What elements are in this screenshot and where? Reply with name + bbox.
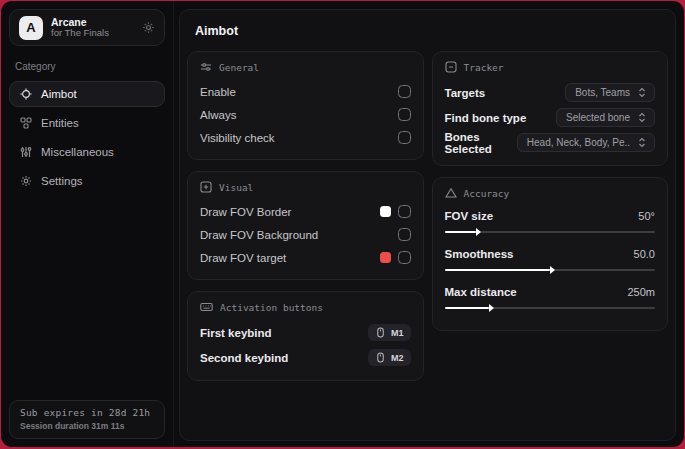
- sidebar-item-miscellaneous[interactable]: Miscellaneous: [9, 139, 165, 165]
- setting-label: Always: [200, 109, 236, 121]
- second-keybind-button[interactable]: M2: [368, 349, 411, 366]
- mouse-icon: [375, 327, 386, 338]
- section-title: Accuracy: [464, 188, 510, 199]
- setting-row-fov-border: Draw FOV Border: [200, 200, 411, 223]
- setting-label: Bones Selected: [445, 131, 517, 155]
- category-label: Category: [15, 61, 159, 72]
- setting-row-first-keybind: First keybind M1: [200, 320, 411, 345]
- keyboard-icon: [200, 301, 213, 313]
- fov-target-checkbox[interactable]: [398, 251, 411, 264]
- dropdown-value: Bots, Teams: [575, 87, 630, 98]
- app-window: A Arcane for The Finals Category: [1, 1, 684, 447]
- enable-checkbox[interactable]: [398, 85, 411, 98]
- setting-label: First keybind: [200, 327, 272, 339]
- sliders-icon: [20, 146, 32, 158]
- square-plus-icon: [200, 181, 212, 193]
- bones-selected-dropdown[interactable]: Head, Neck, Body, Pe..: [517, 133, 655, 152]
- main-panel: Aimbot: [179, 9, 676, 441]
- left-column: General Enable Always Visibility check: [187, 51, 424, 392]
- max-distance-slider[interactable]: [445, 307, 656, 309]
- setting-label: Second keybind: [200, 352, 288, 364]
- fov-size-slider[interactable]: [445, 231, 656, 233]
- visual-card: Visual Draw FOV Border Draw FOV Backgrou…: [187, 171, 424, 280]
- chevrons-up-down-icon: [637, 112, 647, 123]
- setting-row-enable: Enable: [200, 80, 411, 103]
- main-area: Aimbot: [174, 1, 684, 447]
- brand-card: A Arcane for The Finals: [9, 9, 165, 46]
- keybind-value: M2: [391, 353, 404, 363]
- setting-label: Max distance: [445, 286, 517, 298]
- sidebar-item-label: Settings: [41, 175, 83, 187]
- brand-text: Arcane for The Finals: [51, 16, 109, 39]
- setting-label: Draw FOV Background: [200, 229, 318, 241]
- targets-dropdown[interactable]: Bots, Teams: [565, 83, 655, 102]
- crosshair-icon: [20, 88, 32, 100]
- max-distance-value: 250m: [627, 286, 655, 298]
- smoothness-slider[interactable]: [445, 269, 656, 271]
- activation-card-header: Activation buttons: [200, 301, 411, 313]
- setting-row-max-distance: Max distance 250m: [445, 282, 656, 309]
- dropdown-value: Head, Neck, Body, Pe..: [527, 137, 630, 148]
- fov-size-value: 50°: [638, 210, 655, 222]
- sidebar-item-label: Miscellaneous: [41, 146, 114, 158]
- gear-icon: [20, 175, 32, 187]
- setting-label: Find bone type: [445, 112, 527, 124]
- sidebar: A Arcane for The Finals Category: [1, 1, 174, 447]
- square-minus-icon: [445, 61, 457, 73]
- sidebar-item-settings[interactable]: Settings: [9, 168, 165, 194]
- setting-row-fov-target: Draw FOV target: [200, 246, 411, 269]
- accuracy-card: Accuracy FOV size 50°: [432, 177, 669, 331]
- section-title: Tracker: [464, 62, 504, 73]
- app-subtitle: for The Finals: [51, 28, 109, 39]
- visibility-check-checkbox[interactable]: [398, 131, 411, 144]
- sidebar-item-aimbot[interactable]: Aimbot: [9, 81, 165, 107]
- visual-card-header: Visual: [200, 181, 411, 193]
- smoothness-value: 50.0: [634, 248, 655, 260]
- sidebar-item-entities[interactable]: Entities: [9, 110, 165, 136]
- setting-row-bones-selected: Bones Selected Head, Neck, Body, Pe..: [445, 130, 656, 155]
- first-keybind-button[interactable]: M1: [368, 324, 411, 341]
- sliders-horizontal-icon: [200, 61, 212, 73]
- setting-row-targets: Targets Bots, Teams: [445, 80, 656, 105]
- fov-target-color-swatch[interactable]: [380, 252, 391, 263]
- setting-label: Draw FOV target: [200, 252, 286, 264]
- find-bone-type-dropdown[interactable]: Selected bone: [556, 108, 655, 127]
- slider-fill: [445, 231, 477, 233]
- page-title: Aimbot: [195, 24, 668, 38]
- setting-row-second-keybind: Second keybind M2: [200, 345, 411, 370]
- setting-row-always: Always: [200, 103, 411, 126]
- setting-label: Smoothness: [445, 248, 514, 260]
- slider-fill: [445, 307, 489, 309]
- activation-card: Activation buttons First keybind: [187, 291, 424, 381]
- setting-row-smoothness: Smoothness 50.0: [445, 244, 656, 271]
- accuracy-card-header: Accuracy: [445, 187, 656, 199]
- setting-label: FOV size: [445, 210, 494, 222]
- tracker-card: Tracker Targets Bots, Teams: [432, 51, 669, 166]
- setting-row-visibility-check: Visibility check: [200, 126, 411, 149]
- section-title: Visual: [219, 182, 253, 193]
- app-logo: A: [19, 16, 43, 40]
- slider-fill: [445, 269, 550, 271]
- right-column: Tracker Targets Bots, Teams: [432, 51, 669, 392]
- general-card: General Enable Always Visibility check: [187, 51, 424, 160]
- fov-border-color-swatch[interactable]: [380, 206, 391, 217]
- sidebar-item-label: Aimbot: [41, 88, 77, 100]
- sidebar-item-label: Entities: [41, 117, 79, 129]
- triangle-icon: [445, 187, 457, 199]
- section-title: General: [219, 62, 259, 73]
- fov-border-checkbox[interactable]: [398, 205, 411, 218]
- boxes-icon: [20, 117, 32, 129]
- setting-label: Targets: [445, 87, 486, 99]
- fov-background-checkbox[interactable]: [398, 228, 411, 241]
- setting-label: Enable: [200, 86, 236, 98]
- gear-icon[interactable]: [142, 21, 155, 34]
- tracker-card-header: Tracker: [445, 61, 656, 73]
- section-title: Activation buttons: [220, 302, 323, 313]
- session-duration-text: Session duration 31m 11s: [20, 421, 154, 431]
- always-checkbox[interactable]: [398, 108, 411, 121]
- setting-row-find-bone-type: Find bone type Selected bone: [445, 105, 656, 130]
- setting-row-fov-background: Draw FOV Background: [200, 223, 411, 246]
- subscription-info-card: Sub expires in 28d 21h Session duration …: [9, 400, 165, 439]
- chevrons-up-down-icon: [637, 87, 647, 98]
- chevrons-up-down-icon: [637, 137, 647, 148]
